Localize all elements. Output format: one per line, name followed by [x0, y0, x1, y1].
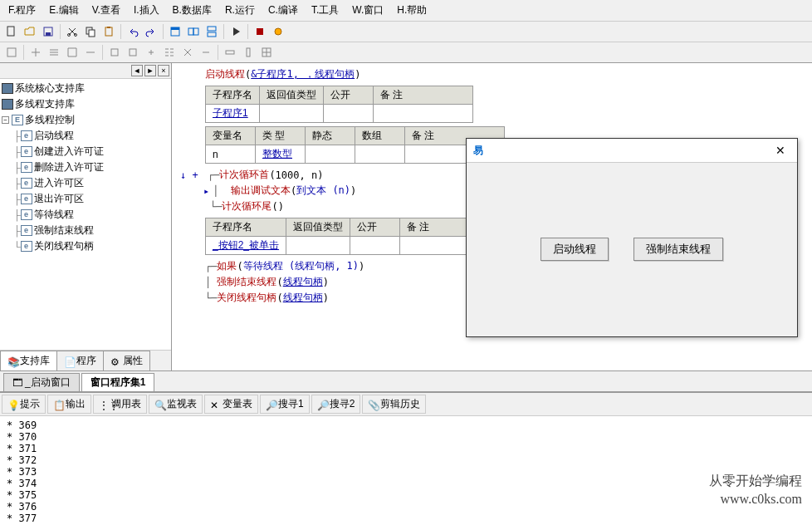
- tab-properties[interactable]: ⚙属性: [103, 351, 150, 370]
- undo-icon[interactable]: [125, 23, 141, 40]
- tree-leaf[interactable]: ├e删除进入许可证: [2, 159, 169, 175]
- tb2-icon[interactable]: [125, 44, 141, 61]
- tree-root[interactable]: 多线程支持库: [2, 96, 169, 112]
- copy-icon[interactable]: [82, 23, 99, 40]
- toolbar-secondary: [0, 42, 812, 63]
- bottom-tabs: 💡提示 📋输出 ⋮⋮调用表 🔍监视表 ✕变量表 🔎搜寻1 🔎搜寻2 📎剪辑历史: [0, 393, 812, 416]
- paste-icon[interactable]: [100, 23, 117, 40]
- tree-collapse-icon[interactable]: −: [2, 116, 9, 124]
- bottom-panel: 💡提示 📋输出 ⋮⋮调用表 🔍监视表 ✕变量表 🔎搜寻1 🔎搜寻2 📎剪辑历史 …: [0, 391, 812, 525]
- tb2-icon[interactable]: [64, 44, 81, 61]
- menu-compile[interactable]: C.编译: [263, 2, 303, 19]
- tree-leaf[interactable]: ├e强制结束线程: [2, 223, 169, 238]
- tree-branch[interactable]: −E多线程控制: [2, 112, 169, 128]
- tb2-icon[interactable]: [3, 44, 20, 61]
- sidebar-toolbar: ◄ ► ×: [0, 63, 171, 79]
- menu-help[interactable]: H.帮助: [392, 2, 432, 19]
- menu-program[interactable]: F.程序: [3, 2, 41, 19]
- svg-rect-19: [130, 49, 136, 56]
- window1-icon[interactable]: [167, 23, 183, 40]
- tab-program[interactable]: 📄程序: [56, 351, 104, 370]
- svg-rect-12: [193, 28, 198, 35]
- svg-rect-0: [7, 27, 14, 36]
- btab-callstack[interactable]: ⋮⋮调用表: [93, 395, 147, 414]
- output-line: * 371: [7, 443, 805, 454]
- app-icon: 易: [473, 144, 483, 158]
- new-icon[interactable]: [3, 23, 20, 40]
- editor-tabs: 🗔_启动窗口 窗口程序集1: [0, 370, 812, 391]
- btab-hint[interactable]: 💡提示: [2, 395, 46, 414]
- watermark: 从零开始学编程 www.c0ks.com: [709, 472, 802, 508]
- tb2-icon[interactable]: [240, 44, 257, 61]
- tb2-icon[interactable]: [258, 44, 275, 61]
- tab-window-assembly[interactable]: 窗口程序集1: [81, 373, 155, 391]
- menu-view[interactable]: V.查看: [87, 2, 125, 19]
- sidebar-next-icon[interactable]: ►: [144, 65, 156, 76]
- runtime-dialog: 易 ✕ 启动线程 强制结束线程: [466, 138, 798, 337]
- btab-vars[interactable]: ✕变量表: [204, 395, 258, 414]
- redo-icon[interactable]: [143, 23, 159, 40]
- tb2-icon[interactable]: [106, 44, 123, 61]
- start-thread-button[interactable]: 启动线程: [541, 238, 609, 261]
- force-end-thread-button[interactable]: 强制结束线程: [633, 238, 723, 261]
- tree-leaf[interactable]: ├e进入许可区: [2, 175, 169, 191]
- svg-point-16: [275, 28, 281, 35]
- menu-run[interactable]: R.运行: [220, 2, 260, 19]
- debug-icon[interactable]: [270, 23, 286, 40]
- menubar: F.程序 E.编辑 V.查看 I.插入 B.数据库 R.运行 C.编译 T.工具…: [0, 0, 812, 22]
- tb2-icon[interactable]: [46, 44, 62, 61]
- output-line: * 377: [7, 513, 805, 524]
- svg-rect-17: [7, 48, 16, 56]
- tab-support-lib[interactable]: 📚支持库: [0, 351, 57, 370]
- btab-output[interactable]: 📋输出: [47, 395, 91, 414]
- menu-database[interactable]: B.数据库: [168, 2, 217, 19]
- sidebar-close-icon[interactable]: ×: [158, 65, 169, 76]
- tree-leaf[interactable]: ├e创建进入许可证: [2, 144, 169, 159]
- tree-leaf[interactable]: ├e启动线程: [2, 128, 169, 144]
- menu-edit[interactable]: E.编辑: [44, 2, 83, 19]
- open-icon[interactable]: [22, 23, 38, 40]
- sidebar-prev-icon[interactable]: ◄: [131, 65, 143, 76]
- tb2-icon[interactable]: [27, 44, 44, 61]
- tb2-icon[interactable]: [143, 44, 159, 61]
- run-icon[interactable]: [227, 23, 244, 40]
- tab-startup-window[interactable]: 🗔_启动窗口: [3, 373, 80, 391]
- svg-rect-7: [105, 27, 112, 36]
- output-panel: * 369 * 370 * 371 * 372 * 373 * 374 * 37…: [0, 416, 812, 525]
- svg-rect-11: [188, 28, 193, 35]
- menu-insert[interactable]: I.插入: [129, 2, 164, 19]
- btab-clip[interactable]: 📎剪辑历史: [362, 395, 426, 414]
- toolbar-main: [0, 22, 812, 42]
- variable-table: 变量名类 型静态数组备 注 n整数型: [205, 126, 505, 164]
- stop-icon[interactable]: [252, 23, 268, 40]
- output-line: * 372: [7, 454, 805, 466]
- menu-window[interactable]: W.窗口: [347, 2, 389, 19]
- tree-root[interactable]: 系统核心支持库: [2, 81, 169, 96]
- window2-icon[interactable]: [185, 23, 202, 40]
- tb2-icon[interactable]: [161, 44, 178, 61]
- btab-watch[interactable]: 🔍监视表: [149, 395, 203, 414]
- menu-tools[interactable]: T.工具: [306, 2, 344, 19]
- svg-rect-2: [46, 32, 51, 36]
- tree-leaf[interactable]: ├e等待线程: [2, 207, 169, 223]
- tree-leaf[interactable]: └e关闭线程句柄: [2, 238, 169, 254]
- svg-rect-13: [208, 27, 216, 31]
- btab-search2[interactable]: 🔎搜寻2: [311, 395, 361, 414]
- subroutine-table-1: 子程序名返回值类型公开备 注 子程序1: [205, 86, 473, 123]
- close-icon[interactable]: ✕: [770, 142, 790, 159]
- tb2-icon[interactable]: [82, 44, 99, 61]
- window3-icon[interactable]: [203, 23, 220, 40]
- tb2-icon[interactable]: [198, 44, 214, 61]
- output-line: * 370: [7, 431, 805, 443]
- cut-icon[interactable]: [64, 23, 81, 40]
- svg-rect-6: [89, 30, 95, 37]
- tree-leaf[interactable]: ├e退出许可区: [2, 191, 169, 207]
- svg-rect-14: [208, 32, 216, 37]
- btab-search1[interactable]: 🔎搜寻1: [260, 395, 310, 414]
- save-icon[interactable]: [40, 23, 56, 40]
- output-line: * 375: [7, 489, 805, 501]
- tb2-icon[interactable]: [222, 44, 238, 61]
- library-tree: 系统核心支持库 多线程支持库 −E多线程控制 ├e启动线程 ├e创建进入许可证 …: [0, 79, 171, 350]
- tb2-icon[interactable]: [179, 44, 196, 61]
- svg-rect-18: [111, 49, 118, 56]
